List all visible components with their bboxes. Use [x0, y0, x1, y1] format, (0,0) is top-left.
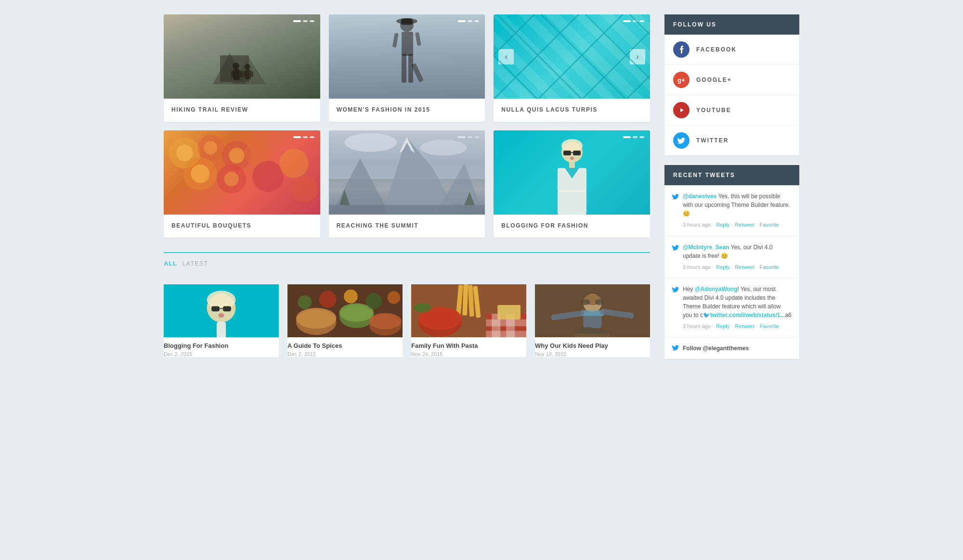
- youtube-label: YOUTUBE: [696, 107, 731, 114]
- social-item-youtube[interactable]: YOUTUBE: [664, 95, 799, 126]
- slide-dot-3: [474, 20, 479, 22]
- post-image-kids: [535, 284, 650, 337]
- svg-rect-15: [402, 54, 406, 83]
- svg-point-74: [319, 291, 337, 308]
- post-bg-pasta: [411, 284, 526, 337]
- card-image-fashion: [329, 14, 485, 99]
- post-image-spices: [287, 284, 403, 337]
- favorite-button-2[interactable]: Favorite: [760, 263, 779, 271]
- svg-point-35: [229, 148, 244, 163]
- filter-latest: Latest: [182, 260, 208, 267]
- filter-bar: ALL Latest: [164, 252, 650, 275]
- post-bg-blogger: [164, 284, 279, 337]
- card-image-wrap: [164, 130, 320, 215]
- featured-card-fashion: WOMEN'S FASHION IN 2015: [329, 14, 485, 122]
- social-item-twitter[interactable]: TWITTER: [664, 126, 799, 155]
- svg-rect-61: [211, 306, 220, 311]
- featured-grid: HIKING TRAIL REVIEW: [164, 14, 650, 238]
- svg-point-60: [207, 291, 236, 309]
- svg-rect-51: [573, 151, 581, 155]
- favorite-button-1[interactable]: Favorite: [760, 221, 779, 229]
- svg-point-98: [595, 299, 604, 305]
- svg-rect-4: [233, 69, 240, 80]
- svg-point-34: [204, 141, 217, 154]
- slide-indicators: [293, 20, 314, 22]
- tweet-actions-3: 3 hours ago · Reply · Retweet · Favorite: [672, 322, 792, 331]
- post-card-kids[interactable]: Why Our Kids Need Play Nov 18, 2015: [535, 284, 650, 357]
- post-card-spices[interactable]: A Guide To Spices Dec 2, 2015: [287, 284, 403, 357]
- tweet-item-3: Hey @AdonyaWong! Yes, our most awaited D…: [664, 278, 799, 338]
- svg-rect-63: [219, 308, 224, 309]
- svg-rect-14: [402, 32, 413, 56]
- retweet-button-2[interactable]: Retweet: [735, 263, 754, 271]
- svg-rect-6: [240, 71, 243, 77]
- twitter-bird-icon-3: [672, 285, 679, 295]
- post-card-blogger[interactable]: Blogging For Fashion Dec 2, 2015: [164, 284, 279, 357]
- svg-rect-18: [392, 33, 399, 48]
- svg-rect-50: [563, 151, 571, 155]
- svg-point-39: [344, 133, 396, 152]
- twitter-icon: [673, 132, 690, 149]
- card-title-blogger: BLOGGING FOR FASHION: [494, 215, 650, 238]
- svg-rect-10: [251, 71, 253, 77]
- svg-rect-45: [329, 205, 485, 215]
- twitter-label: TWITTER: [696, 137, 729, 144]
- card-image-mountain: [329, 130, 485, 215]
- favorite-button-3[interactable]: Favorite: [760, 322, 779, 331]
- post-title: Why Our Kids Need Play: [535, 342, 650, 349]
- svg-rect-54: [569, 162, 575, 169]
- tweet-time-2: 3 hours ago: [683, 263, 711, 271]
- svg-point-37: [224, 172, 239, 186]
- card-image-blogger: [494, 130, 650, 215]
- slide-dot-3: [639, 136, 644, 138]
- svg-point-92: [414, 303, 431, 312]
- card-title-fashion: WOMEN'S FASHION IN 2015: [329, 99, 485, 122]
- tweet-text-1: @danestves Yes, this will be possible wi…: [683, 192, 792, 218]
- slide-dot-1: [623, 136, 631, 138]
- retweet-button-3[interactable]: Retweet: [735, 322, 754, 331]
- post-title: Family Fun With Pasta: [411, 342, 526, 349]
- post-date: Dec 2, 2015: [287, 351, 403, 357]
- card-image-wrap: [329, 14, 485, 99]
- recent-tweets-header: RECENT TWEETS: [664, 165, 799, 185]
- social-item-google[interactable]: g+ GOOGLE+: [664, 65, 799, 95]
- card-image-hiking: [164, 14, 320, 99]
- tweet-mention-3[interactable]: @AdonyaWong: [695, 286, 738, 293]
- tweet-time-1: 3 hours ago: [683, 221, 711, 229]
- svg-rect-8: [245, 70, 251, 79]
- svg-text:g+: g+: [677, 76, 685, 84]
- filter-all[interactable]: ALL: [164, 260, 177, 267]
- tweet-actions-1: 3 hours ago · Reply · Retweet · Favorite: [672, 221, 792, 229]
- svg-point-76: [366, 293, 382, 309]
- tweet-mention-1[interactable]: @danestves: [683, 193, 716, 200]
- youtube-icon: [673, 102, 690, 118]
- reply-button-3[interactable]: Reply: [716, 322, 729, 331]
- card-image-wrap: [329, 130, 485, 215]
- tweet-link-3[interactable]: 🐦twitter.com/i/web/status/1...: [703, 312, 785, 318]
- svg-rect-5: [231, 71, 234, 77]
- slide-dot-2: [303, 20, 308, 22]
- post-image-blogger: [164, 284, 279, 337]
- card-image-teal: [494, 14, 650, 99]
- follow-row[interactable]: Follow @elegantthemes: [664, 338, 799, 359]
- card-image-wrap: [164, 14, 320, 99]
- retweet-button-1[interactable]: Retweet: [735, 221, 754, 229]
- tweet-mention-2[interactable]: @McIntyre_Sean: [683, 244, 729, 251]
- svg-rect-89: [486, 319, 526, 326]
- svg-point-31: [279, 149, 309, 178]
- svg-point-3: [233, 63, 239, 69]
- reply-button-2[interactable]: Reply: [716, 263, 729, 271]
- svg-rect-65: [217, 322, 226, 337]
- post-info: Blogging For Fashion Dec 2, 2015: [164, 337, 279, 357]
- slide-dot-2: [633, 136, 638, 138]
- reply-button-1[interactable]: Reply: [716, 221, 729, 229]
- svg-rect-9: [243, 71, 246, 77]
- slide-dot-2: [468, 20, 472, 22]
- social-item-facebook[interactable]: FACEBOOK: [664, 35, 799, 65]
- featured-card-mountain: REACHING THE SUMMIT: [329, 130, 485, 238]
- svg-point-36: [191, 165, 209, 183]
- tweet-time-3: 3 hours ago: [683, 322, 711, 331]
- post-card-pasta[interactable]: Family Fun With Pasta Nov 24, 2015: [411, 284, 526, 357]
- card-title-mountain: REACHING THE SUMMIT: [329, 215, 485, 238]
- svg-point-30: [252, 161, 284, 192]
